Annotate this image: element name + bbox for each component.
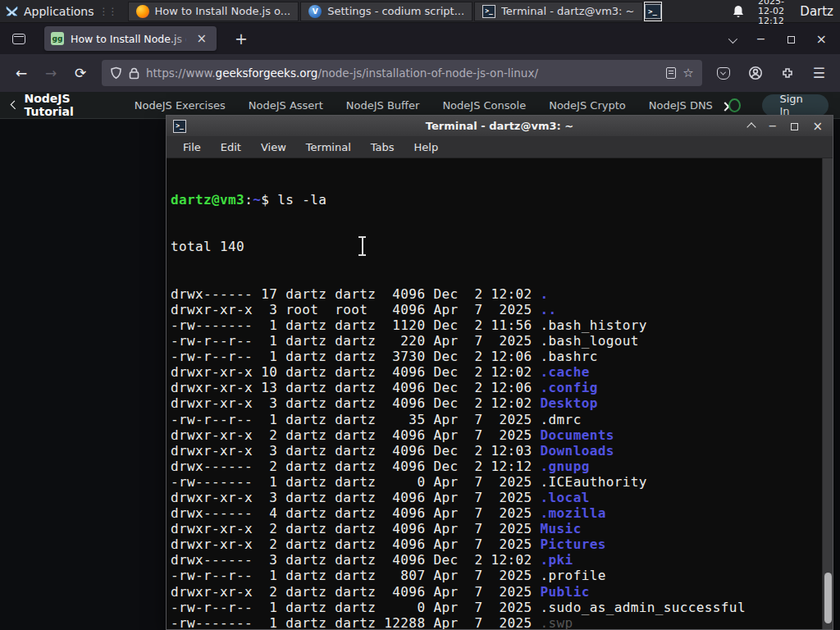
taskbar-button-vscodium[interactable]: VSettings - codium script... (300, 2, 472, 21)
terminal-output[interactable]: dartz@vm3:~$ ls -la total 140 drwx------… (167, 158, 822, 629)
panel-clock[interactable]: 2025-12-02 12:12 (754, 0, 789, 26)
sign-in-button[interactable]: Sign In (762, 94, 829, 116)
url-bar[interactable]: https://www.geeksforgeeks.org/node-js/in… (102, 60, 702, 86)
new-tab-button[interactable]: + (228, 28, 254, 49)
maximize-icon (788, 36, 795, 43)
listing-meta: drwxr-xr-x 2 dartz dartz 4096 Apr 7 2025 (171, 536, 541, 552)
terminal-listing-row: -rw-r--r-- 1 dartz dartz 3730 Dec 2 12:0… (171, 349, 822, 364)
xfce-panel: Applications ⋮⋮ How to Install Node.js o… (0, 0, 840, 23)
firefox-icon (136, 5, 149, 18)
listing-filename: Pictures (541, 536, 606, 552)
account-icon[interactable] (748, 66, 763, 80)
firefox-tab-bar: gg How to Install Node.js on × + − × (0, 23, 840, 54)
firefox-view-button[interactable] (7, 27, 31, 50)
listing-filename: Downloads (541, 443, 614, 459)
extensions-icon[interactable] (781, 66, 795, 80)
listing-filename: Desktop (541, 395, 598, 411)
user-menu-button[interactable]: Dartz (800, 4, 833, 19)
taskbar-button-label: Settings - codium script... (327, 5, 464, 17)
nav-item[interactable]: NodeJS Crypto (549, 99, 626, 112)
terminal-menu-terminal[interactable]: Terminal (298, 139, 359, 156)
terminal-listing-row: drwxr-xr-x 3 dartz dartz 4096 Apr 7 2025… (171, 490, 822, 505)
terminal-minimize-button[interactable]: − (769, 120, 778, 132)
taskbar-button-terminal[interactable]: >_Terminal - dartz@vm3: ~ (474, 2, 642, 21)
listing-filename: .mozilla (541, 505, 606, 521)
back-button[interactable]: ← (8, 61, 34, 85)
terminal-close-button[interactable]: × (812, 119, 823, 134)
terminal-menu-help[interactable]: Help (406, 139, 447, 156)
chevron-up-icon (746, 122, 756, 131)
terminal-listing-row: drwxr-xr-x 2 dartz dartz 4096 Apr 7 2025… (171, 536, 822, 552)
pocket-icon[interactable] (717, 67, 730, 80)
terminal-menu-tabs[interactable]: Tabs (363, 139, 403, 156)
tracking-shield-icon[interactable] (110, 66, 122, 80)
pocket-chevron (720, 69, 726, 75)
taskbar-button-label: How to Install Node.js o... (155, 5, 291, 17)
terminal-listing-row: -rw------- 1 dartz dartz 12288 Apr 7 202… (171, 615, 822, 629)
listing-filename: .bashrc (541, 349, 598, 364)
firefox-toolbar: ← → ⟳ https://www.geeksforgeeks.org/node… (0, 54, 840, 92)
nav-item-active[interactable]: NodeJS Tutorial (11, 92, 116, 118)
terminal-listing-row: -rw------- 1 dartz dartz 1120 Dec 2 11:5… (171, 317, 822, 333)
terminal-listing-row: -rw-r--r-- 1 dartz dartz 807 Apr 7 2025 … (171, 568, 822, 583)
terminal-menu-file[interactable]: File (175, 139, 209, 156)
listing-meta: drwxr-xr-x 3 dartz dartz 4096 Dec 2 12:0… (171, 395, 541, 411)
listing-meta: -rw-r--r-- 1 dartz dartz 220 Apr 7 2025 (171, 333, 541, 349)
taskbar-button-firefox[interactable]: How to Install Node.js o... (128, 2, 299, 21)
listing-meta: drwx------ 3 dartz dartz 4096 Dec 2 12:0… (171, 552, 541, 568)
list-all-tabs-button[interactable] (728, 31, 735, 47)
terminal-listing-row: drwx------ 3 dartz dartz 4096 Dec 2 12:0… (171, 552, 822, 568)
bookmark-star-icon[interactable]: ☆ (682, 66, 693, 80)
terminal-listing-row: drwxr-xr-x 13 dartz dartz 4096 Dec 2 12:… (171, 380, 822, 395)
terminal-window: >_ Terminal - dartz@vm3: ~ − × FileEditV… (166, 115, 833, 630)
terminal-title-bar[interactable]: >_ Terminal - dartz@vm3: ~ − × (167, 116, 833, 136)
nav-item[interactable]: NodeJS Buffer (346, 99, 420, 112)
listing-filename: .bash_logout (541, 333, 639, 349)
listing-filename: Documents (541, 427, 614, 443)
terminal-listing-row: drwxr-xr-x 2 dartz dartz 4096 Apr 7 2025… (171, 427, 822, 443)
listing-filename: .dmrc (541, 412, 582, 427)
listing-meta: -rw-r--r-- 1 dartz dartz 0 Apr 7 2025 (171, 600, 541, 615)
listing-meta: drwxr-xr-x 3 dartz dartz 4096 Apr 7 2025 (171, 490, 541, 505)
nav-item[interactable]: NodeJS Assert (249, 99, 323, 112)
prompt-command: $ ls -la (261, 192, 326, 208)
reader-mode-icon[interactable] (666, 67, 676, 79)
menu-hamburger-icon[interactable]: ☰ (813, 65, 825, 81)
listing-filename: .gnupg (541, 459, 590, 474)
terminal-shade-button[interactable] (748, 118, 755, 134)
notification-bell-icon[interactable] (731, 4, 746, 19)
listing-meta: -rw-r--r-- 1 dartz dartz 3730 Dec 2 12:0… (171, 349, 541, 364)
terminal-menu-edit[interactable]: Edit (212, 139, 249, 156)
terminal-maximize-button[interactable] (791, 118, 798, 134)
terminal-icon: >_ (482, 5, 495, 18)
applications-menu-button[interactable]: Applications ⋮⋮ (0, 0, 127, 23)
window-maximize-button[interactable] (788, 31, 795, 47)
window-minimize-button[interactable]: − (756, 32, 766, 45)
listing-filename: .cache (541, 364, 590, 380)
nav-item[interactable]: NodeJS Exercises (135, 99, 226, 112)
tray-terminal-icon[interactable]: >_ (644, 2, 662, 21)
browser-tab-active[interactable]: gg How to Install Node.js on × (44, 26, 217, 51)
listing-filename: Public (541, 584, 590, 600)
nav-item[interactable]: NodeJS DNS (649, 99, 713, 112)
nav-scroll-right-button[interactable] (722, 98, 728, 113)
nav-item[interactable]: NodeJS Console (442, 99, 526, 112)
listing-filename: .local (541, 490, 590, 505)
window-close-button[interactable]: × (816, 31, 827, 47)
terminal-window-title: Terminal - dartz@vm3: ~ (167, 120, 833, 132)
forward-button[interactable]: → (38, 61, 64, 85)
terminal-scrollbar-thumb[interactable] (824, 573, 832, 623)
listing-meta: -rw------- 1 dartz dartz 12288 Apr 7 202… (171, 615, 541, 629)
lock-icon[interactable] (129, 67, 139, 80)
terminal-listing-row: drwxr-xr-x 2 dartz dartz 4096 Apr 7 2025… (171, 584, 822, 600)
xfce-logo-icon (5, 4, 19, 18)
listing-meta: drwxr-xr-x 10 dartz dartz 4096 Dec 2 12:… (171, 364, 541, 380)
terminal-menu-view[interactable]: View (253, 139, 294, 156)
search-icon[interactable] (728, 98, 741, 112)
listing-meta: -rw-r--r-- 1 dartz dartz 807 Apr 7 2025 (171, 568, 541, 583)
panel-separator: ⋮⋮ (99, 6, 117, 17)
reload-button[interactable]: ⟳ (67, 61, 94, 85)
listing-meta: drwxr-xr-x 13 dartz dartz 4096 Dec 2 12:… (171, 380, 541, 395)
listing-filename: .. (541, 302, 557, 317)
terminal-scrollbar[interactable] (822, 158, 833, 629)
